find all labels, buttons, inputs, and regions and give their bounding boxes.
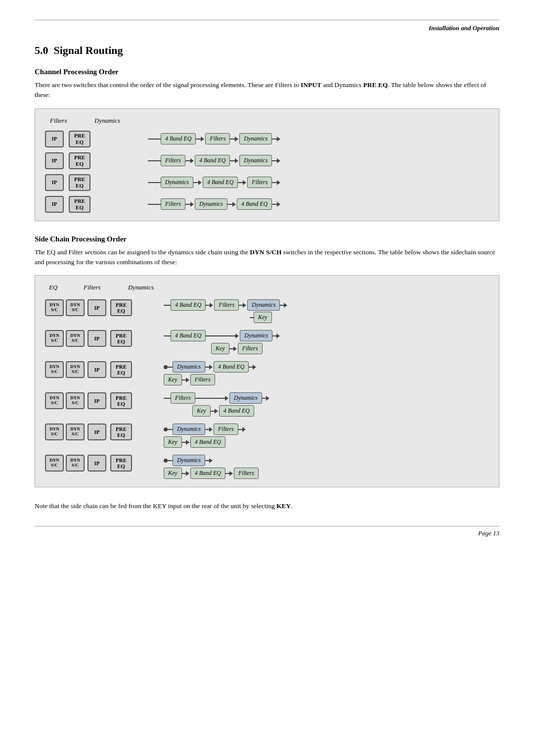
table-row: DYNS/C DYNS/C IP PREEQ 4 Band EQ Filters…: [45, 299, 489, 323]
sc-chain: 4 Band EQ Filters Dynamics Key: [164, 299, 489, 323]
section-name: Signal Routing: [54, 44, 123, 56]
chain-box-1: 4 Band EQ: [161, 133, 196, 144]
dyn-sc-filters-switch: DYNS/C: [66, 455, 85, 472]
signal-chain: Filters 4 Band EQ Dynamics: [148, 155, 489, 166]
signal-chain: Dynamics 4 Band EQ Filters: [148, 177, 489, 188]
page-header: Installation and Operation: [35, 24, 499, 32]
pre-eq-switch: PREEQ: [110, 330, 132, 347]
ip-switch: IP: [88, 299, 106, 316]
top-rule: [35, 20, 499, 20]
table-row: IP PREEQ Dynamics 4 Band EQ Filters: [45, 174, 489, 191]
table-row: DYNS/C DYNS/C IP PREEQ Filters Dynamics: [45, 392, 489, 417]
pre-eq-switch: PREEQ: [69, 174, 90, 191]
chain-box-2: 4 Band EQ: [195, 155, 230, 166]
dyn-sc-eq-switch: DYNS/C: [45, 424, 64, 440]
side-chain-body: The EQ and Filter sections can be assign…: [35, 247, 499, 268]
chain-box-3: 4 Band EQ: [237, 198, 272, 210]
pre-eq-switch: PREEQ: [110, 424, 132, 440]
dyn-sc-eq-switch: DYNS/C: [45, 361, 64, 378]
signal-chain: 4 Band EQ Filters Dynamics: [148, 133, 489, 144]
ip-switch: IP: [45, 152, 64, 169]
dyn-sc-filters-switch: DYNS/C: [66, 361, 85, 378]
table-row: DYNS/C DYNS/C IP PREEQ Dynamics Key: [45, 455, 489, 479]
ip-switch: IP: [88, 455, 106, 472]
sc-chain: Dynamics Key 4 Band EQ Filters: [164, 455, 489, 479]
page-footer: Page 13: [35, 529, 499, 537]
pre-eq-switch: PREEQ: [69, 131, 90, 147]
ip-switch: IP: [45, 174, 64, 191]
sc-chain: Dynamics Filters Key 4 Band EQ: [164, 424, 489, 448]
sc-chain: Filters Dynamics Key 4 Band EQ: [164, 392, 489, 417]
scd-header-eq: EQ: [49, 284, 84, 291]
ip-switch: IP: [45, 196, 64, 213]
chain-box-2: Filters: [205, 133, 230, 144]
scd-header-dynamics: Dynamics: [128, 284, 182, 291]
ip-switch: IP: [88, 330, 106, 347]
ip-switch: IP: [88, 424, 106, 440]
side-chain-diagram: EQ Filters Dynamics DYNS/C DYNS/C IP PRE…: [35, 275, 499, 487]
chain-box-3: Dynamics: [239, 155, 272, 166]
cpd-header: Filters Dynamics: [45, 117, 489, 125]
channel-processing-body: There are two switches that control the …: [35, 80, 499, 100]
pre-eq-switch: PREEQ: [110, 455, 132, 472]
chain-box-3: Filters: [247, 177, 272, 188]
sc-chain: Dynamics 4 Band EQ Key Filters: [164, 361, 489, 385]
scd-header-filters: Filters: [84, 284, 128, 291]
channel-processing-subtitle: Channel Processing Order: [35, 68, 499, 76]
bottom-rule: [35, 526, 499, 526]
pre-eq-switch: PREEQ: [110, 392, 132, 409]
table-row: DYNS/C DYNS/C IP PREEQ Dynamics Filters: [45, 424, 489, 448]
ip-switch: IP: [88, 361, 106, 378]
signal-chain: Filters Dynamics 4 Band EQ: [148, 198, 489, 210]
chain-box-2: 4 Band EQ: [203, 177, 238, 188]
pre-eq-switch: PREEQ: [110, 299, 132, 316]
cpd-header-filters: Filters: [50, 117, 94, 125]
channel-processing-diagram: Filters Dynamics IP PREEQ 4 Band EQ Filt…: [35, 108, 499, 221]
ip-switch: IP: [88, 392, 106, 409]
dyn-sc-eq-switch: DYNS/C: [45, 392, 64, 409]
table-row: DYNS/C DYNS/C IP PREEQ 4 Band EQ Dynamic…: [45, 330, 489, 354]
dyn-sc-filters-switch: DYNS/C: [66, 299, 85, 316]
sc-chain: 4 Band EQ Dynamics Key Filters: [164, 330, 489, 354]
chain-box-1: Dynamics: [161, 177, 193, 188]
side-chain-subtitle: Side Chain Processing Order: [35, 235, 499, 243]
page-number: Page 13: [478, 529, 499, 537]
dyn-sc-filters-switch: DYNS/C: [66, 392, 85, 409]
chain-box-1: Filters: [161, 155, 185, 166]
pre-eq-switch: PREEQ: [69, 152, 90, 169]
header-title: Installation and Operation: [429, 24, 499, 32]
cpd-table: Filters Dynamics IP PREEQ 4 Band EQ Filt…: [45, 117, 489, 213]
dyn-sc-eq-switch: DYNS/C: [45, 330, 64, 347]
dyn-sc-eq-switch: DYNS/C: [45, 299, 64, 316]
section-title: 5.0 Signal Routing: [35, 44, 499, 57]
pre-eq-switch: PREEQ: [69, 196, 90, 213]
table-row: DYNS/C DYNS/C IP PREEQ Dynamics 4 Band E…: [45, 361, 489, 385]
cpd-header-dynamics: Dynamics: [94, 117, 149, 125]
table-row: IP PREEQ Filters Dynamics 4 Band EQ: [45, 196, 489, 213]
scd-header: EQ Filters Dynamics: [45, 284, 489, 291]
dyn-sc-filters-switch: DYNS/C: [66, 330, 85, 347]
chain-box-1: Filters: [161, 198, 185, 210]
ip-switch: IP: [45, 131, 64, 147]
dyn-sc-eq-switch: DYNS/C: [45, 455, 64, 472]
chain-box-3: Dynamics: [239, 133, 272, 144]
scd-table: EQ Filters Dynamics DYNS/C DYNS/C IP PRE…: [45, 284, 489, 479]
pre-eq-switch: PREEQ: [110, 361, 132, 378]
section-number: 5.0: [35, 44, 48, 56]
chain-box-2: Dynamics: [195, 198, 227, 210]
dyn-sc-filters-switch: DYNS/C: [66, 424, 85, 440]
note-text: Note that the side chain can be fed from…: [35, 501, 499, 511]
table-row: IP PREEQ 4 Band EQ Filters Dynamics: [45, 131, 489, 147]
table-row: IP PREEQ Filters 4 Band EQ Dynamics: [45, 152, 489, 169]
